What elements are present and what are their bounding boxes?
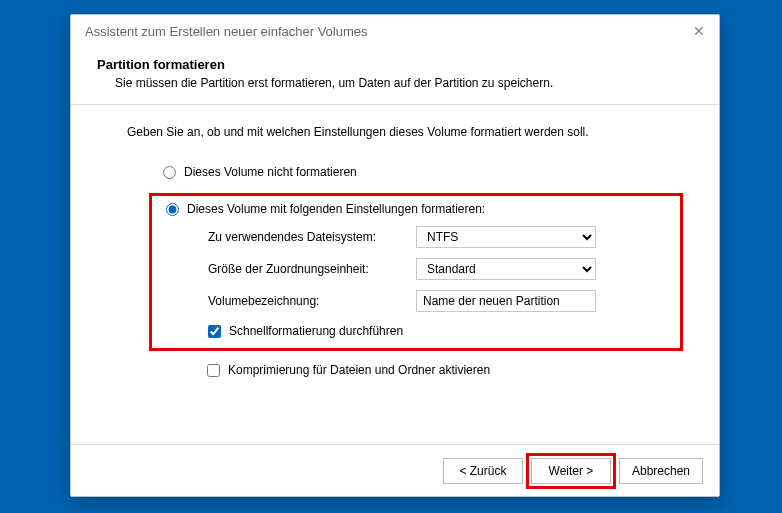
row-alloc: Größe der Zuordnungseinheit: Standard — [164, 258, 668, 280]
dialog-footer: < Zurück Weiter > Abbrechen — [71, 444, 719, 496]
wizard-dialog: Assistent zum Erstellen neuer einfacher … — [70, 14, 720, 497]
format-options-box: Dieses Volume mit folgenden Einstellunge… — [149, 193, 683, 351]
radio-noformat-row[interactable]: Dieses Volume nicht formatieren — [99, 165, 691, 179]
dialog-header: Partition formatieren Sie müssen die Par… — [71, 47, 719, 104]
radio-format-row[interactable]: Dieses Volume mit folgenden Einstellunge… — [164, 202, 668, 216]
window-title: Assistent zum Erstellen neuer einfacher … — [85, 24, 368, 39]
select-alloc[interactable]: Standard — [416, 258, 596, 280]
row-compress[interactable]: Komprimierung für Dateien und Ordner akt… — [99, 363, 691, 377]
close-icon[interactable]: ✕ — [689, 19, 709, 43]
page-subtitle: Sie müssen die Partition erst formatiere… — [97, 76, 693, 90]
label-alloc: Größe der Zuordnungseinheit: — [208, 262, 408, 276]
intro-text: Geben Sie an, ob und mit welchen Einstel… — [99, 125, 691, 139]
next-button[interactable]: Weiter > — [531, 458, 611, 484]
select-filesystem[interactable]: NTFS — [416, 226, 596, 248]
page-title: Partition formatieren — [97, 57, 693, 72]
back-button[interactable]: < Zurück — [443, 458, 523, 484]
titlebar: Assistent zum Erstellen neuer einfacher … — [71, 15, 719, 47]
checkbox-quickformat[interactable] — [208, 325, 221, 338]
radio-format-label: Dieses Volume mit folgenden Einstellunge… — [187, 202, 485, 216]
row-quickformat[interactable]: Schnellformatierung durchführen — [164, 324, 668, 338]
radio-format[interactable] — [166, 203, 179, 216]
checkbox-compress[interactable] — [207, 364, 220, 377]
label-volume: Volumebezeichnung: — [208, 294, 408, 308]
row-filesystem: Zu verwendendes Dateisystem: NTFS — [164, 226, 668, 248]
dialog-content: Geben Sie an, ob und mit welchen Einstel… — [71, 105, 719, 444]
label-compress: Komprimierung für Dateien und Ordner akt… — [228, 363, 490, 377]
label-quickformat: Schnellformatierung durchführen — [229, 324, 403, 338]
radio-noformat[interactable] — [163, 166, 176, 179]
cancel-button[interactable]: Abbrechen — [619, 458, 703, 484]
radio-noformat-label: Dieses Volume nicht formatieren — [184, 165, 357, 179]
label-filesystem: Zu verwendendes Dateisystem: — [208, 230, 408, 244]
row-volume-label: Volumebezeichnung: — [164, 290, 668, 312]
input-volume-label[interactable] — [416, 290, 596, 312]
